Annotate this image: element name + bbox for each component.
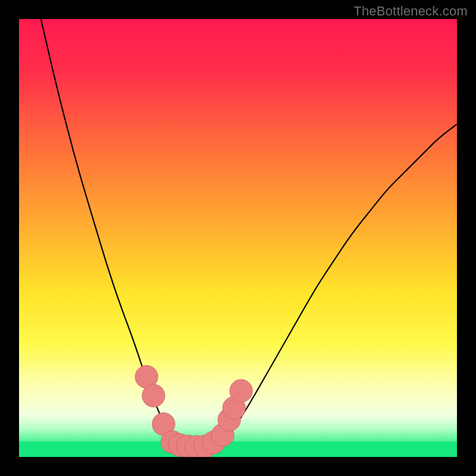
plot-area [19,19,457,457]
data-marker [230,380,252,402]
bottleneck-chart [19,19,457,457]
data-marker [142,384,165,407]
watermark-text: TheBottleneck.com [353,4,468,19]
green-band [19,441,457,457]
chart-frame: TheBottleneck.com [0,0,476,476]
